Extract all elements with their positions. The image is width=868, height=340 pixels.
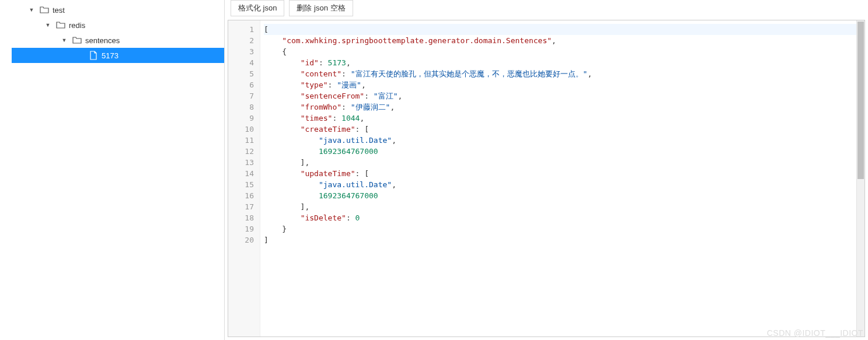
- line-number: 10: [228, 124, 254, 135]
- toolbar: 格式化 json 删除 json 空格: [225, 0, 868, 20]
- line-number: 12: [228, 146, 254, 157]
- code-line[interactable]: "updateTime": [: [264, 168, 864, 179]
- code-line[interactable]: "com.xwhking.springboottemplate.generato…: [264, 35, 864, 46]
- code-line[interactable]: "java.util.Date",: [264, 179, 864, 190]
- line-number: 16: [228, 190, 254, 201]
- line-number: 13: [228, 157, 254, 168]
- code-line[interactable]: ]: [264, 234, 864, 246]
- scrollbar-track[interactable]: [856, 20, 864, 337]
- tree-item-label: redis: [69, 21, 85, 30]
- code-line[interactable]: "java.util.Date",: [264, 135, 864, 146]
- line-number: 5: [228, 68, 254, 79]
- code-line[interactable]: ],: [264, 201, 864, 212]
- file-icon: [89, 51, 98, 60]
- code-line[interactable]: }: [264, 223, 864, 234]
- code-line[interactable]: "fromWho": "伊藤润二",: [264, 101, 864, 113]
- code-line[interactable]: "id": 5173,: [264, 57, 864, 68]
- json-editor[interactable]: 1234567891011121314151617181920 [ "com.x…: [228, 20, 865, 337]
- line-number: 6: [228, 79, 254, 90]
- folder-icon: [72, 36, 82, 45]
- tree-item-test[interactable]: ▼test: [12, 2, 224, 17]
- chevron-down-icon: ▼: [28, 7, 35, 13]
- code-line[interactable]: "sentenceFrom": "富江",: [264, 90, 864, 101]
- line-number: 14: [228, 168, 254, 179]
- code-line[interactable]: ],: [264, 157, 864, 168]
- line-number: 7: [228, 90, 254, 101]
- line-number: 3: [228, 46, 254, 57]
- code-line[interactable]: "times": 1044,: [264, 113, 864, 124]
- line-number: 15: [228, 179, 254, 190]
- line-number: 19: [228, 223, 254, 234]
- sidebar: ▼test▼redis▼sentences5173: [0, 0, 225, 340]
- code-line[interactable]: 1692364767000: [264, 190, 864, 201]
- code-line[interactable]: "content": "富江有天使的脸孔，但其实她是个恶魔，不，恶魔也比她要好一…: [264, 68, 864, 79]
- line-number: 4: [228, 57, 254, 68]
- tree-item-label: test: [53, 6, 65, 15]
- line-number: 1: [228, 24, 254, 35]
- line-number: 18: [228, 212, 254, 223]
- code-line[interactable]: [: [264, 24, 864, 35]
- line-number: 8: [228, 101, 254, 113]
- tree-item-label: sentences: [85, 36, 120, 45]
- code-line[interactable]: "isDelete": 0: [264, 212, 864, 223]
- remove-json-spaces-button[interactable]: 删除 json 空格: [289, 0, 353, 16]
- main-panel: 格式化 json 删除 json 空格 12345678910111213141…: [225, 0, 868, 340]
- line-number: 17: [228, 201, 254, 212]
- line-number-gutter: 1234567891011121314151617181920: [228, 20, 260, 337]
- line-number: 20: [228, 234, 254, 246]
- code-line[interactable]: 1692364767000: [264, 146, 864, 157]
- scrollbar-thumb[interactable]: [857, 22, 864, 179]
- code-area[interactable]: [ "com.xwhking.springboottemplate.genera…: [260, 20, 864, 337]
- format-json-button[interactable]: 格式化 json: [231, 0, 284, 16]
- chevron-down-icon: ▼: [44, 22, 51, 28]
- watermark: CSDN @IDIOT___IDIOT: [767, 328, 863, 338]
- tree-item-label: 5173: [102, 51, 118, 60]
- tree-item-redis[interactable]: ▼redis: [12, 17, 224, 33]
- tree-item-sentences[interactable]: ▼sentences: [12, 33, 224, 48]
- code-line[interactable]: {: [264, 46, 864, 57]
- line-number: 9: [228, 113, 254, 124]
- line-number: 2: [228, 35, 254, 46]
- tree-item-5173[interactable]: 5173: [12, 48, 224, 63]
- line-number: 11: [228, 135, 254, 146]
- folder-icon: [56, 20, 65, 30]
- code-line[interactable]: "createTime": [: [264, 124, 864, 135]
- folder-icon: [40, 5, 49, 15]
- chevron-down-icon: ▼: [61, 37, 68, 43]
- code-line[interactable]: "type": "漫画",: [264, 79, 864, 90]
